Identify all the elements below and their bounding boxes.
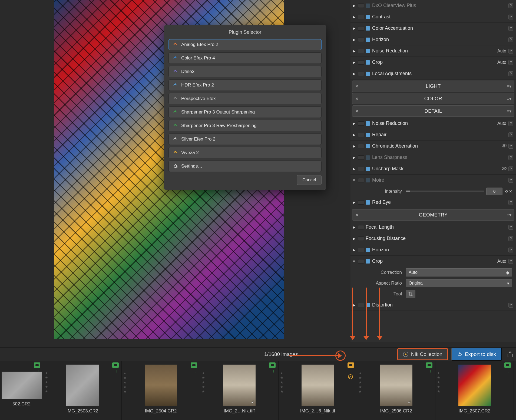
section-detail[interactable]: ✕ DETAIL ≡▾ (352, 105, 514, 117)
panel-row-lens-sharpness[interactable]: ▶Lens Sharpness? (350, 152, 516, 163)
toggle-checkbox[interactable] (358, 225, 364, 229)
help-icon[interactable]: ? (508, 37, 513, 42)
toggle-checkbox[interactable] (358, 133, 364, 137)
plugin-item-viveza-2[interactable]: Viveza 2 (168, 147, 322, 158)
toggle-checkbox[interactable] (358, 303, 364, 307)
toggle-checkbox[interactable] (358, 38, 364, 42)
help-icon[interactable]: ? (508, 236, 513, 241)
menu-icon[interactable]: ≡▾ (507, 84, 511, 89)
close-icon[interactable]: ✕ (355, 84, 359, 89)
intensity-value[interactable]: 0 (486, 188, 502, 195)
visibility-off-icon[interactable] (501, 144, 507, 148)
help-icon[interactable]: ? (508, 166, 513, 171)
thumbnail-IMG_2…Nik.tiff[interactable]: ↓★★★★★✓IMG_2…Nik.tiff (200, 361, 279, 420)
help-icon[interactable]: ? (508, 200, 513, 205)
panel-row-focal-length[interactable]: ▶Focal Length? (350, 222, 516, 233)
plugin-item-silver-efex-pro-2[interactable]: Silver Efex Pro 2 (168, 134, 322, 145)
section-light[interactable]: ✕ LIGHT ≡▾ (352, 81, 514, 92)
section-color[interactable]: ✕ COLOR ≡▾ (352, 93, 514, 104)
toggle-checkbox[interactable] (358, 259, 364, 264)
crop-tool-button[interactable] (406, 290, 415, 298)
toggle-checkbox[interactable] (358, 49, 364, 53)
panel-row-crop[interactable]: ▶CropAuto? (350, 57, 516, 68)
expand-icon[interactable]: ▶ (352, 237, 356, 241)
panel-row-color-accentuation[interactable]: ▶Color Accentuation? (350, 23, 516, 34)
toggle-checkbox[interactable] (358, 121, 364, 126)
menu-icon[interactable]: ≡▾ (507, 96, 511, 101)
toggle-checkbox[interactable] (358, 178, 364, 182)
aspect-dropdown[interactable]: Original▾ (406, 279, 512, 287)
plugin-item-analog-efex-pro-2[interactable]: Analog Efex Pro 2 (168, 39, 322, 50)
rating-stars[interactable]: ★★★★★ (359, 371, 362, 394)
thumbnail-IMG_2503.CR2[interactable]: ↓★★★★★IMG_2503.CR2 (43, 361, 122, 420)
collapse-icon[interactable]: ▼ (352, 178, 356, 182)
expand-icon[interactable]: ▶ (352, 26, 356, 30)
panel-row-repair[interactable]: ▶Repair? (350, 129, 516, 141)
expand-icon[interactable]: ▶ (352, 61, 356, 64)
help-icon[interactable]: ? (508, 132, 513, 137)
toggle-checkbox[interactable] (358, 155, 364, 160)
expand-icon[interactable]: ▶ (352, 248, 356, 252)
expand-icon[interactable]: ▶ (352, 4, 356, 8)
expand-icon[interactable]: ▶ (352, 133, 356, 137)
nik-collection-button[interactable]: Nik Collection (397, 348, 448, 360)
panel-row-contrast[interactable]: ▶Contrast? (350, 11, 516, 23)
thumbnail-IMG_2504.CR2[interactable]: ↓★★★★★IMG_2504.CR2 (122, 361, 200, 420)
thumbnail-IMG_2…6_Nik.tif[interactable]: ★★★★★IMG_2…6_Nik.tif (279, 361, 357, 420)
toggle-checkbox[interactable] (358, 26, 364, 31)
thumbnail-image[interactable] (66, 365, 99, 406)
help-icon[interactable]: ? (508, 155, 513, 160)
share-icon[interactable] (507, 351, 513, 358)
thumbnail-image[interactable] (458, 365, 491, 406)
panel-row-unsharp-mask[interactable]: ▶Unsharp Mask? (350, 163, 516, 175)
panel-row-noise-reduction[interactable]: ▶Noise ReductionAuto? (350, 45, 516, 57)
plugin-item-color-efex-pro-4[interactable]: Color Efex Pro 4 (168, 52, 322, 64)
close-icon[interactable]: ✕ (355, 109, 359, 114)
toggle-checkbox[interactable] (358, 248, 364, 252)
toggle-checkbox[interactable] (358, 72, 364, 76)
close-icon[interactable]: ✕ (355, 96, 359, 101)
intensity-slider[interactable] (406, 191, 484, 192)
section-geometry[interactable]: ✕ GEOMETRY ≡▾ (352, 209, 514, 221)
rating-stars[interactable]: ★★★★★ (45, 371, 48, 394)
plugin-item-sharpener-pro-3-output-sharpening[interactable]: Sharpener Pro 3 Output Sharpening (168, 106, 322, 118)
rating-stars[interactable]: ★★★★★ (437, 371, 440, 394)
toggle-checkbox[interactable] (358, 60, 364, 65)
toggle-checkbox[interactable] (358, 200, 364, 205)
expand-icon[interactable]: ▶ (352, 167, 356, 171)
correction-dropdown[interactable]: Auto◆ (406, 268, 512, 276)
rating-stars[interactable]: ★★★★★ (123, 371, 127, 394)
help-icon[interactable]: ? (508, 15, 513, 19)
menu-icon[interactable]: ≡▾ (507, 109, 511, 114)
help-icon[interactable]: ? (508, 26, 513, 31)
toggle-checkbox[interactable] (358, 4, 364, 8)
export-button[interactable]: Export to disk (451, 348, 502, 361)
rating-stars[interactable]: ★★★★★ (280, 371, 283, 394)
plugin-item-settings-[interactable]: Settings… (168, 161, 322, 172)
expand-icon[interactable]: ▶ (352, 201, 356, 204)
panel-row-moir-[interactable]: ▼Moiré? (350, 175, 516, 186)
help-icon[interactable]: ? (508, 225, 513, 230)
thumbnail-image[interactable] (302, 365, 334, 406)
help-icon[interactable]: ? (508, 49, 513, 54)
thumbnail-image[interactable] (145, 365, 177, 406)
expand-icon[interactable]: ▶ (352, 49, 356, 53)
help-icon[interactable]: ? (508, 259, 513, 264)
thumbnail-image[interactable]: ✓ (380, 365, 412, 406)
thumbnail-IMG_2506.CR2[interactable]: ↓★★★★★✓IMG_2506.CR2 (357, 361, 435, 420)
panel-row-noise-reduction[interactable]: ▶Noise ReductionAuto? (350, 118, 516, 129)
thumbnail-502.CR2[interactable]: ↓★★★★★502.CR2 (0, 361, 43, 420)
help-icon[interactable]: ? (508, 303, 513, 308)
plugin-item-sharpener-pro-3-raw-presharpening[interactable]: Sharpener Pro 3 Raw Presharpening (168, 120, 322, 131)
expand-icon[interactable]: ▶ (352, 225, 356, 229)
panel-row-distortion[interactable]: ▶Distortion? (350, 299, 516, 311)
expand-icon[interactable]: ▶ (352, 144, 356, 148)
expand-icon[interactable]: ▶ (352, 38, 356, 42)
visibility-off-icon[interactable] (501, 167, 507, 171)
panel-row-focusing-distance[interactable]: ▶Focusing Distance? (350, 233, 516, 244)
expand-icon[interactable]: ▶ (352, 122, 356, 125)
help-icon[interactable]: ? (508, 178, 513, 183)
panel-row-crop[interactable]: ▼CropAuto? (350, 256, 516, 267)
menu-icon[interactable]: ≡▾ (507, 212, 511, 218)
thumbnail-image[interactable] (2, 372, 42, 399)
